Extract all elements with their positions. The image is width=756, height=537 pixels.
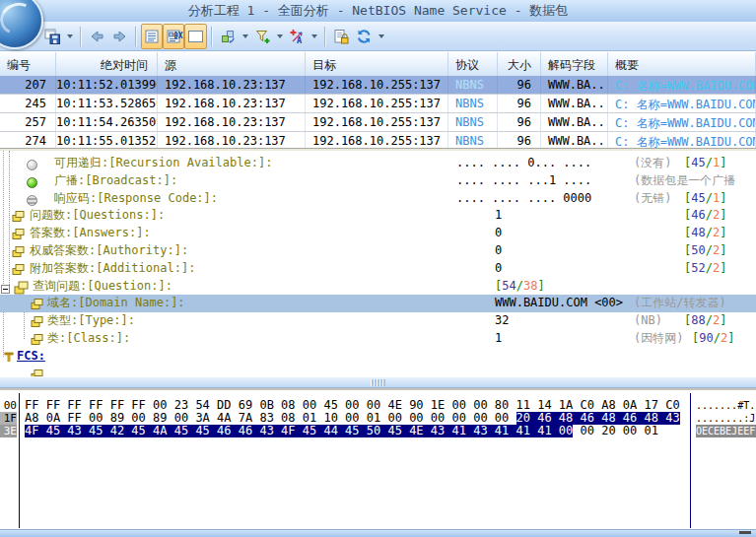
save-dropdown-caret[interactable] <box>67 34 73 38</box>
refresh-button[interactable] <box>353 24 376 49</box>
hex-bytes-row[interactable]: FF FF FF FF FF FF 00 23 54 DD 69 0B 08 0… <box>25 399 687 412</box>
packet-row[interactable]: 24510:11:53.528650192.168.10.23:137192.1… <box>0 95 756 113</box>
ref-part: ] <box>537 279 544 293</box>
ref-part: 52 <box>691 261 705 275</box>
hex-view-label: 0X <box>173 32 183 40</box>
ref-part: / <box>706 243 713 257</box>
tree-byte-offset-ref: [90/2] <box>692 330 734 348</box>
tree-row[interactable]: 附加答案数:[Additional:]:0[52/2] <box>0 260 756 278</box>
transform-dropdown-caret[interactable] <box>242 34 248 38</box>
ref-part: ] <box>720 313 726 327</box>
packet-cell-time: 10:11:55.013521 <box>56 132 158 150</box>
ref-part: 88 <box>691 313 705 327</box>
window-title: 分析工程 1 - 全面分析 - NetBIOS Name Service - 数… <box>0 0 756 22</box>
packet-cell-size: 96 <box>498 132 541 150</box>
lock-packet-button[interactable] <box>330 24 353 49</box>
tree-row[interactable]: 答案数:[Answers:]:0[48/2] <box>0 225 756 242</box>
hex-bytes: 00 20 00 01 <box>573 425 658 437</box>
packet-cell-time: 10:11:52.013990 <box>56 76 158 94</box>
tree-label: 可用递归:[Recursion Available:]: <box>54 155 272 172</box>
fcs-icon <box>3 351 15 369</box>
packet-cell-decode: WWW.BA... <box>541 95 608 112</box>
tree-label: 查询问题:[Question:]: <box>33 278 172 296</box>
column-header-no[interactable]: 编号 <box>0 52 56 76</box>
list-view-icon <box>144 29 160 44</box>
packet-cell-proto: NBNS <box>448 76 498 94</box>
bottom-status-strip <box>0 529 756 537</box>
radio-multi-icon <box>27 193 37 206</box>
tree-row[interactable]: 可用递归:[Recursion Available:]:.... .... 0.… <box>0 155 756 172</box>
toolbar-separator <box>324 27 326 46</box>
ref-part: ] <box>720 191 726 205</box>
packet-cell-time: 10:11:53.528650 <box>56 95 158 112</box>
filter-button[interactable] <box>251 24 274 49</box>
svg-text:A: A <box>297 34 302 44</box>
hex-bytes-row[interactable]: A8 0A FF 00 89 00 89 00 3A 4A 7A 83 08 0… <box>25 412 687 425</box>
tree-row[interactable]: 域名:[Domain Name:]:WWW.BAIDU.COM <00>(工作站… <box>0 295 756 312</box>
packet-cell-src: 192.168.10.23:137 <box>158 95 306 112</box>
hex-selected-bytes: 4F 45 43 45 42 45 4A 45 45 46 46 43 4F 4… <box>25 425 573 437</box>
packet-cell-size: 96 <box>498 95 541 112</box>
hex-bytes-row[interactable]: 4F 45 43 45 42 45 4A 45 45 46 46 43 4F 4… <box>25 425 687 437</box>
tree-value: .... .... ...1 .... <box>456 172 591 190</box>
refresh-dropdown-caret[interactable] <box>378 34 384 38</box>
tree-byte-offset-ref: [45/1] <box>684 155 726 172</box>
packet-cell-dst: 192.168.10.255:137 <box>306 113 448 131</box>
column-header-summary[interactable]: 概要 <box>608 52 756 76</box>
tree-label: FCS: <box>17 348 45 366</box>
tree-label: 响应码:[Response Code:]: <box>54 190 218 208</box>
splitter-grip[interactable] <box>371 379 385 386</box>
ref-part: 50 <box>691 243 705 257</box>
tree-label: 域名:[Domain Name:]: <box>47 295 185 312</box>
tree-row[interactable]: 广播:[Broadcast:]:.... .... ...1 ....(数据包是… <box>0 172 756 190</box>
ascii-row[interactable]: ........:Jz <box>696 412 756 425</box>
ascii-row[interactable]: .......#T.i <box>696 399 756 412</box>
column-header-proto[interactable]: 协议 <box>448 52 498 76</box>
panel-splitter[interactable] <box>0 376 756 388</box>
filter-dropdown-caret[interactable] <box>277 34 283 38</box>
marker-button[interactable]: A <box>286 24 309 49</box>
hex-divider-line <box>19 393 20 528</box>
packet-row[interactable]: 25710:11:54.263509192.168.10.23:137192.1… <box>0 113 756 132</box>
packet-cell-no: 274 <box>0 132 56 150</box>
tree-value: 1 <box>495 330 502 348</box>
column-header-src[interactable]: 源 <box>158 52 306 76</box>
tree-row[interactable]: FCS: <box>0 348 756 366</box>
ref-part: ] <box>720 243 726 257</box>
column-header-decode[interactable]: 解码字段 <box>541 52 608 76</box>
packet-cell-dst: 192.168.10.255:137 <box>306 76 448 94</box>
tree-row[interactable]: 查询问题:[Question:]:[54/38] <box>0 278 756 296</box>
ref-part: / <box>706 156 713 169</box>
tree-extra-note: (无错) <box>634 190 671 208</box>
tree-label: 广播:[Broadcast:]: <box>54 172 177 190</box>
save-button[interactable] <box>41 24 64 49</box>
packet-cell-no: 207 <box>0 76 56 94</box>
tree-byte-offset-ref: [48/2] <box>684 225 726 242</box>
packet-cell-dst: 192.168.10.255:137 <box>306 95 448 112</box>
tree-row[interactable]: 权威答案数:[Authority:]:0[50/2] <box>0 242 756 260</box>
hex-view-toggle[interactable]: 0X <box>184 24 207 49</box>
toolbar-separator <box>211 27 213 46</box>
forward-arrow-icon <box>111 29 128 44</box>
transform-button[interactable] <box>217 24 240 49</box>
ref-part: ] <box>720 156 726 169</box>
summary-view-toggle[interactable] <box>141 24 163 49</box>
tree-row[interactable]: 类:[Class:]:1(因特网)[90/2] <box>0 330 756 348</box>
back-button[interactable] <box>86 24 108 49</box>
forward-button[interactable] <box>108 24 131 49</box>
hex-offset: 00 <box>0 399 17 412</box>
packet-row[interactable]: 20710:11:52.013990192.168.10.23:137192.1… <box>0 76 756 95</box>
hex-offset: 1F <box>0 412 17 425</box>
column-header-size[interactable]: 大小 <box>498 52 541 76</box>
marker-dropdown-caret[interactable] <box>311 34 317 38</box>
ascii-row[interactable]: OECEBEJEEFF <box>696 425 756 437</box>
tree-row[interactable]: 问题数:[Questions:]:1[46/2] <box>0 207 756 225</box>
tree-row[interactable]: 响应码:[Response Code:]:.... .... .... 0000… <box>0 190 756 208</box>
ref-part: / <box>706 226 713 239</box>
ref-part: / <box>516 279 523 293</box>
tree-row[interactable]: 类型:[Type:]:32(NB)[88/2] <box>0 312 756 330</box>
ref-part: 90 <box>699 331 713 345</box>
packet-cell-size: 96 <box>498 113 541 131</box>
column-header-dst[interactable]: 目标 <box>306 52 448 76</box>
column-header-time[interactable]: 绝对时间 <box>56 52 158 76</box>
